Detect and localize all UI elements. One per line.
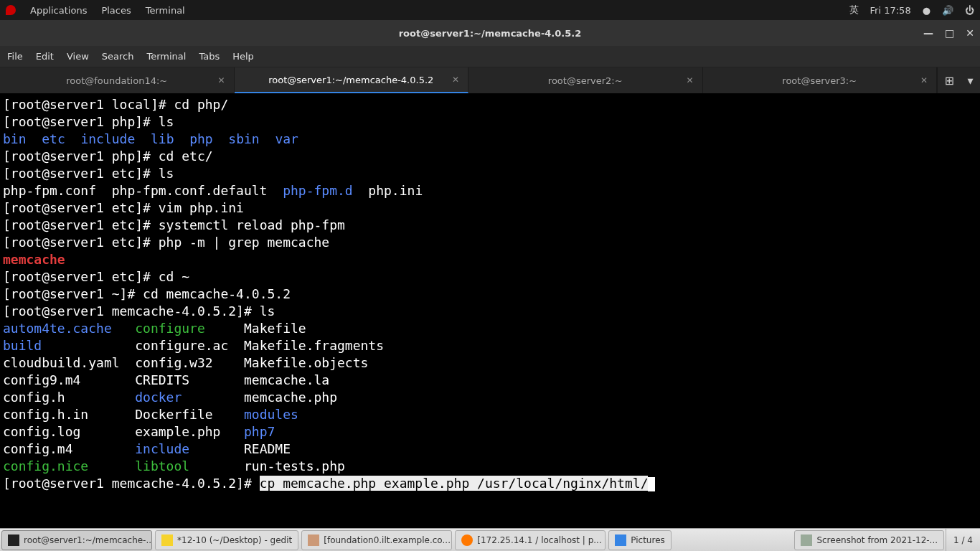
dir: var [275,131,298,146]
task-screenshot[interactable]: Screenshot from 2021-12-... [794,530,944,550]
dot-icon: ● [923,5,930,16]
redhat-icon [6,5,16,15]
volume-icon[interactable]: 🔊 [942,5,953,16]
dir: lib [151,131,174,146]
close-button[interactable]: ✕ [966,27,974,39]
vm-icon [308,534,319,546]
minimize-button[interactable]: — [923,27,933,39]
terminal-content[interactable]: [root@server1 local]# cd php/ [root@serv… [0,93,980,524]
taskbar: root@server1:~/memcache-... *12-10 (~/De… [0,528,980,551]
menu-tabs[interactable]: Tabs [199,51,220,62]
terminal-tabs: root@foundation14:~✕ root@server1:~/memc… [0,67,980,93]
menu-edit[interactable]: Edit [36,51,54,62]
image-icon [801,534,812,546]
maximize-button[interactable]: □ [945,27,954,39]
menubar: File Edit View Search Terminal Tabs Help [0,46,980,67]
firefox-icon [461,534,473,546]
tab-server2[interactable]: root@server2:~✕ [468,67,703,93]
cursor [648,477,655,491]
gnome-topbar: Applications Places Terminal 英 Fri 17:58… [0,0,980,20]
close-icon[interactable]: ✕ [217,75,225,85]
tab-server3[interactable]: root@server3:~✕ [703,67,938,93]
task-gedit[interactable]: *12-10 (~/Desktop) - gedit [155,530,298,550]
new-tab-icon[interactable]: ⊞ [944,74,953,88]
task-firefox[interactable]: [172.25.14.1 / localhost | p... [455,530,606,550]
dir: sbin [228,131,259,146]
places-menu[interactable]: Places [101,5,131,16]
tab-foundation14[interactable]: root@foundation14:~✕ [0,67,235,93]
task-pictures[interactable]: Pictures [608,530,672,550]
close-icon[interactable]: ✕ [686,75,693,85]
tab-server1[interactable]: root@server1:~/memcache-4.0.5.2✕ [235,67,469,93]
dir: bin [3,131,27,146]
terminal-appmenu[interactable]: Terminal [146,5,185,16]
menu-search[interactable]: Search [102,51,134,62]
ime-indicator[interactable]: 英 [849,4,859,17]
window-titlebar[interactable]: root@server1:~/memcache-4.0.5.2 — □ ✕ [0,20,980,46]
close-icon[interactable]: ✕ [920,75,928,85]
chevron-down-icon[interactable]: ▾ [968,74,974,88]
applications-menu[interactable]: Applications [30,5,87,16]
dir: etc [42,131,65,146]
close-icon[interactable]: ✕ [452,75,459,85]
task-terminal[interactable]: root@server1:~/memcache-... [1,530,152,550]
menu-file[interactable]: File [7,51,23,62]
folder-icon [615,534,626,546]
dir: include [80,131,135,146]
menu-terminal[interactable]: Terminal [146,51,186,62]
dir: php [189,131,213,146]
gedit-icon [161,534,173,546]
selected-text: cp memcache.php example.php /usr/local/n… [260,476,649,491]
terminal-icon [8,534,19,546]
window-title: root@server1:~/memcache-4.0.5.2 [399,28,582,39]
grep-match: memcache [3,252,65,267]
task-vm[interactable]: [foundation0.ilt.example.co... [301,530,452,550]
power-icon[interactable]: ⏻ [965,5,974,16]
clock[interactable]: Fri 17:58 [870,5,911,16]
menu-help[interactable]: Help [232,51,254,62]
workspace-indicator[interactable]: 1 / 4 [946,529,980,551]
menu-view[interactable]: View [67,51,89,62]
